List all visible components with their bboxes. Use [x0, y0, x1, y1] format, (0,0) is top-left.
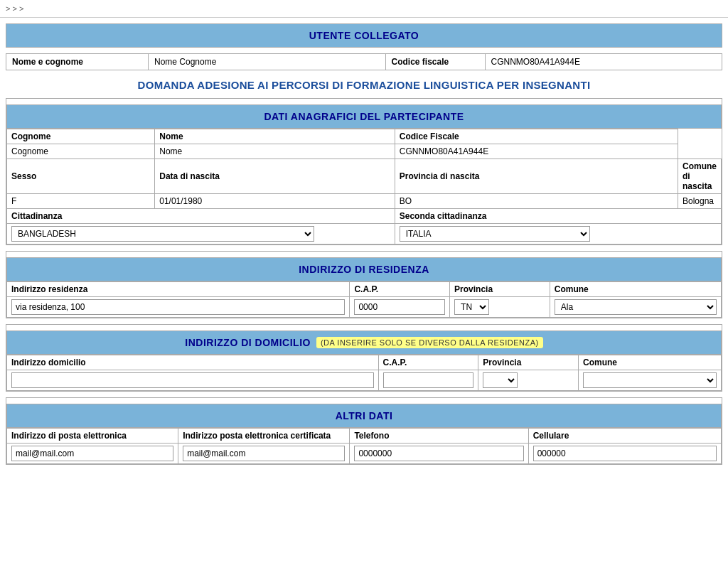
col-indirizzo-res-label: Indirizzo residenza: [7, 282, 350, 297]
val-sesso: F: [7, 194, 155, 209]
section-domicilio: INDIRIZZO DI DOMICILIO (DA INSERIRE SOLO…: [6, 324, 722, 392]
input-cellulare[interactable]: [533, 446, 717, 461]
breadcrumb: > > >: [0, 0, 728, 18]
section-altri-dati: ALTRI DATI Indirizzo di posta elettronic…: [6, 397, 722, 465]
input-email[interactable]: [11, 446, 173, 461]
domicilio-table: Indirizzo domicilio C.A.P. Provincia Com…: [6, 355, 722, 391]
anagrafica-header: DATI ANAGRAFICI DEL PARTECIPANTE: [6, 104, 722, 129]
val-cf: CGNNMO80A41A944E: [395, 144, 678, 159]
utente-collegato-header: UTENTE COLLEGATO: [6, 23, 722, 48]
val-cellulare: [528, 444, 721, 464]
input-cap-dom[interactable]: [383, 372, 474, 388]
table-row-values-2: F 01/01/1980 BO Bologna: [7, 194, 722, 209]
table-row-labels-1: Cognome Nome Codice Fiscale: [7, 129, 722, 144]
val-pec: [178, 444, 350, 464]
table-row-values-1: Cognome Nome CGNNMO80A41A944E: [7, 144, 722, 159]
col-nome-label: Nome: [155, 129, 395, 144]
dom-label-row: Indirizzo domicilio C.A.P. Provincia Com…: [7, 355, 722, 370]
col-seconda-citt-label: Seconda cittadinanza: [395, 209, 721, 224]
val-comune-dom: [578, 370, 721, 391]
input-cap-res[interactable]: [354, 299, 445, 315]
col-data-nascita-label: Data di nascita: [155, 159, 395, 194]
page-title: DOMANDA ADESIONE AI PERCORSI DI FORMAZIO…: [6, 70, 722, 95]
res-label-row: Indirizzo residenza C.A.P. Provincia Com…: [7, 282, 722, 297]
table-row-labels-2: Sesso Data di nascita Provincia di nasci…: [7, 159, 722, 194]
select-comune-dom[interactable]: [583, 372, 717, 388]
col-tel-label: Telefono: [350, 429, 528, 444]
col-cittadinanza-label: Cittadinanza: [7, 209, 395, 224]
res-value-row: TNBOMIRM AlaTrentoRovereto: [7, 297, 722, 318]
col-sesso-label: Sesso: [7, 159, 155, 194]
input-telefono[interactable]: [354, 446, 523, 461]
val-indirizzo-res: [7, 297, 350, 318]
col-comune-dom-label: Comune: [578, 355, 721, 370]
val-prov-dom: TNBOMIRM: [478, 370, 579, 391]
domicilio-title: INDIRIZZO DI DOMICILIO: [185, 337, 311, 348]
col-email-label: Indirizzo di posta elettronica: [7, 429, 178, 444]
altri-dati-table: Indirizzo di posta elettronica Indirizzo…: [6, 428, 722, 464]
col-indirizzo-dom-label: Indirizzo domicilio: [7, 355, 379, 370]
codice-fiscale-value: CGNNMO80A41A944E: [486, 54, 722, 70]
val-cap-res: [350, 297, 450, 318]
altri-value-row: [7, 444, 722, 464]
domicilio-header: INDIRIZZO DI DOMICILIO (DA INSERIRE SOLO…: [6, 331, 722, 355]
codice-fiscale-label: Codice fiscale: [386, 54, 486, 70]
table-row-labels-3: Cittadinanza Seconda cittadinanza: [7, 209, 722, 224]
col-comune-nascita-label: Comune di nascita: [678, 159, 721, 194]
val-prov-res: TNBOMIRM: [450, 297, 550, 318]
anagrafica-table: Cognome Nome Codice Fiscale Cognome Nome…: [6, 129, 722, 244]
col-cap-dom-label: C.A.P.: [378, 355, 478, 370]
select-comune-res[interactable]: AlaTrentoRovereto: [555, 299, 717, 315]
input-pec[interactable]: [183, 446, 345, 461]
select-seconda-citt[interactable]: ITALIABANGLADESHALTRO: [400, 226, 590, 242]
domicilio-note: (DA INSERIRE SOLO SE DIVERSO DALLA RESID…: [316, 337, 543, 348]
col-pec-label: Indirizzo posta elettronica certificata: [178, 429, 350, 444]
user-bar: Nome e cognome Nome Cognome Codice fisca…: [6, 53, 722, 70]
section-residenza: INDIRIZZO DI RESIDENZA Indirizzo residen…: [6, 251, 722, 318]
table-row-values-3: BANGLADESHITALIAALTRO ITALIABANGLADESHAL…: [7, 224, 722, 244]
col-comune-res-label: Comune: [550, 282, 721, 297]
val-indirizzo-dom: [7, 370, 379, 391]
val-cap-dom: [378, 370, 478, 391]
val-comune-nascita: Bologna: [678, 194, 721, 209]
col-cell-label: Cellulare: [528, 429, 721, 444]
val-nome: Nome: [155, 144, 395, 159]
val-seconda-citt: ITALIABANGLADESHALTRO: [395, 224, 721, 244]
nome-cognome-value: Nome Cognome: [149, 54, 386, 70]
nome-cognome-label: Nome e cognome: [6, 54, 149, 70]
val-data-nascita: 01/01/1980: [155, 194, 395, 209]
section-anagrafica: DATI ANAGRAFICI DEL PARTECIPANTE Cognome…: [6, 98, 722, 245]
select-prov-dom[interactable]: TNBOMIRM: [483, 372, 518, 388]
col-prov-nascita-label: Provincia di nascita: [395, 159, 678, 194]
altri-dati-header: ALTRI DATI: [6, 404, 722, 428]
residenza-table: Indirizzo residenza C.A.P. Provincia Com…: [6, 281, 722, 318]
col-prov-dom-label: Provincia: [478, 355, 579, 370]
val-prov-nascita: BO: [395, 194, 678, 209]
col-cf-label: Codice Fiscale: [395, 129, 678, 144]
select-prov-res[interactable]: TNBOMIRM: [454, 299, 489, 315]
val-email: [7, 444, 178, 464]
residenza-header: INDIRIZZO DI RESIDENZA: [6, 257, 722, 281]
col-cognome-label: Cognome: [7, 129, 155, 144]
dom-value-row: TNBOMIRM: [7, 370, 722, 391]
col-cap-res-label: C.A.P.: [350, 282, 450, 297]
select-cittadinanza[interactable]: BANGLADESHITALIAALTRO: [11, 226, 314, 242]
col-prov-res-label: Provincia: [450, 282, 550, 297]
altri-label-row: Indirizzo di posta elettronica Indirizzo…: [7, 429, 722, 444]
input-indirizzo-res[interactable]: [11, 299, 345, 315]
val-cittadinanza: BANGLADESHITALIAALTRO: [7, 224, 395, 244]
val-telefono: [350, 444, 528, 464]
val-cognome: Cognome: [7, 144, 155, 159]
input-indirizzo-dom[interactable]: [11, 372, 374, 388]
val-comune-res: AlaTrentoRovereto: [550, 297, 721, 318]
